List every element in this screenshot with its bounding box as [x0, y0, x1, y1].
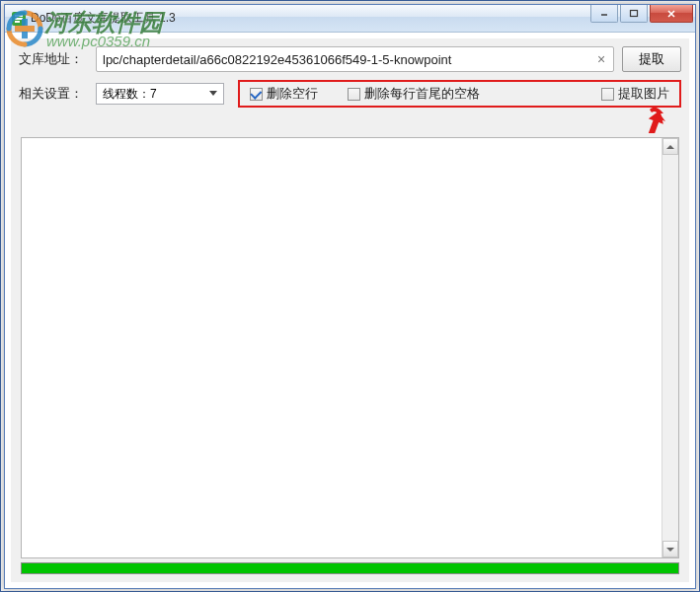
close-button[interactable] [650, 5, 693, 23]
url-input[interactable] [96, 46, 614, 72]
scroll-down-button[interactable] [662, 541, 678, 557]
chevron-down-icon [205, 86, 221, 102]
url-row: 文库地址： × 提取 [11, 38, 689, 76]
progress-bar [21, 562, 679, 574]
app-window: DoDo百度文库提取工具 1.3 文库地址： × [4, 4, 696, 589]
clear-input-icon[interactable]: × [594, 52, 608, 66]
vertical-scrollbar[interactable] [661, 138, 678, 557]
minimize-button[interactable] [590, 5, 618, 23]
maximize-button[interactable] [620, 5, 648, 23]
settings-row: 相关设置： 线程数：7 删除空行 删除每行首尾的空格 [11, 76, 689, 115]
scroll-track[interactable] [662, 155, 678, 541]
app-icon [11, 11, 27, 27]
url-label: 文库地址： [19, 50, 88, 68]
window-title: DoDo百度文库提取工具 1.3 [31, 10, 176, 27]
outer-frame: DoDo百度文库提取工具 1.3 文库地址： × [0, 0, 700, 592]
titlebar[interactable]: DoDo百度文库提取工具 1.3 [5, 5, 695, 33]
svg-rect-3 [15, 21, 20, 23]
remove-blank-lines-label: 删除空行 [267, 85, 318, 103]
extract-button[interactable]: 提取 [622, 46, 681, 72]
options-group-highlighted: 删除空行 删除每行首尾的空格 提取图片 [238, 80, 681, 108]
checkbox-icon [348, 88, 360, 101]
checkbox-icon [601, 88, 614, 101]
scroll-up-button[interactable] [662, 138, 678, 155]
checkbox-icon [250, 88, 263, 101]
svg-marker-9 [666, 145, 674, 149]
trim-spaces-label: 删除每行首尾的空格 [364, 85, 480, 103]
svg-marker-8 [209, 91, 217, 96]
window-controls [590, 5, 693, 23]
svg-rect-2 [15, 18, 23, 20]
client-area: 文库地址： × 提取 相关设置： 线程数：7 [11, 38, 689, 582]
settings-label: 相关设置： [19, 85, 88, 103]
output-textarea[interactable] [21, 137, 679, 558]
thread-count-value: 线程数：7 [103, 86, 157, 103]
svg-rect-5 [631, 10, 638, 16]
svg-marker-10 [666, 548, 674, 552]
svg-rect-1 [15, 15, 23, 17]
url-input-wrap: × [96, 46, 614, 72]
extract-images-checkbox[interactable]: 提取图片 [601, 85, 669, 103]
remove-blank-lines-checkbox[interactable]: 删除空行 [250, 85, 318, 103]
extract-images-label: 提取图片 [618, 85, 669, 103]
thread-count-combo[interactable]: 线程数：7 [96, 83, 224, 105]
trim-spaces-checkbox[interactable]: 删除每行首尾的空格 [348, 85, 480, 103]
